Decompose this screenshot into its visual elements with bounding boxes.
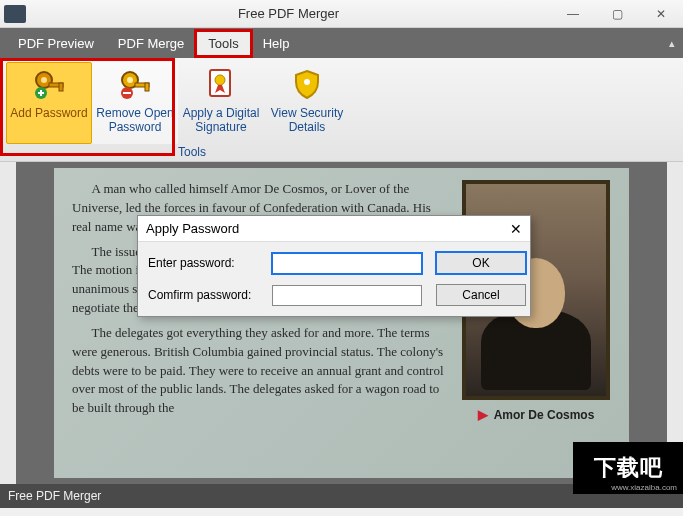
svg-rect-3 [59,83,63,91]
dialog-close-button[interactable]: ✕ [510,221,522,237]
shield-icon [292,67,322,103]
ribbon-collapse-icon[interactable]: ▴ [669,37,675,50]
remove-open-password-label: Remove Open Password [95,107,175,135]
remove-open-password-button[interactable]: Remove Open Password [92,62,178,144]
svg-point-12 [215,75,225,85]
confirm-password-label: Comfirm password: [148,288,258,302]
confirm-password-input[interactable] [272,285,422,306]
document-viewport[interactable]: A man who called himself Amor De Cosmos,… [16,162,667,484]
close-button[interactable]: ✕ [639,0,683,28]
watermark-text: 下载吧 [594,453,663,483]
status-text: Free PDF Merger [8,489,101,503]
menu-help[interactable]: Help [251,31,302,56]
svg-point-13 [304,79,310,85]
svg-point-6 [127,77,133,83]
svg-rect-8 [145,83,149,91]
view-security-details-button[interactable]: View Security Details [264,62,350,144]
watermark-sub: www.xiazaiba.com [611,483,677,492]
scrollbar-vertical[interactable] [667,162,683,484]
ok-button[interactable]: OK [436,252,526,274]
apply-digital-signature-button[interactable]: Apply a Digital Signature [178,62,264,144]
svg-point-1 [41,77,47,83]
maximize-button[interactable]: ▢ [595,0,639,28]
add-password-button[interactable]: Add Password [6,62,92,144]
caption-arrow-icon: ▶ [478,406,488,425]
watermark: 下载吧 www.xiazaiba.com [573,442,683,494]
enter-password-label: Enter password: [148,256,258,270]
minimize-button[interactable]: — [551,0,595,28]
menu-pdf-preview[interactable]: PDF Preview [6,31,106,56]
key-remove-icon [118,67,152,103]
enter-password-input[interactable] [272,253,422,274]
certificate-icon [206,67,236,103]
apply-password-dialog: Apply Password ✕ Enter password: OK Comf… [137,215,531,317]
apply-digital-signature-label: Apply a Digital Signature [181,107,261,135]
cancel-button[interactable]: Cancel [436,284,526,306]
menu-pdf-merge[interactable]: PDF Merge [106,31,196,56]
menu-tools[interactable]: Tools [196,31,250,56]
para-3: The delegates got everything they asked … [72,324,449,418]
add-password-label: Add Password [10,107,87,121]
image-caption: Amor De Cosmos [494,407,595,424]
left-gutter [0,162,16,484]
key-add-icon [32,67,66,103]
dialog-title: Apply Password [146,221,239,236]
view-security-details-label: View Security Details [267,107,347,135]
ribbon-group-label: Tools [178,145,206,159]
window-title: Free PDF Merger [26,6,551,21]
app-icon [4,5,26,23]
svg-rect-10 [123,92,131,94]
